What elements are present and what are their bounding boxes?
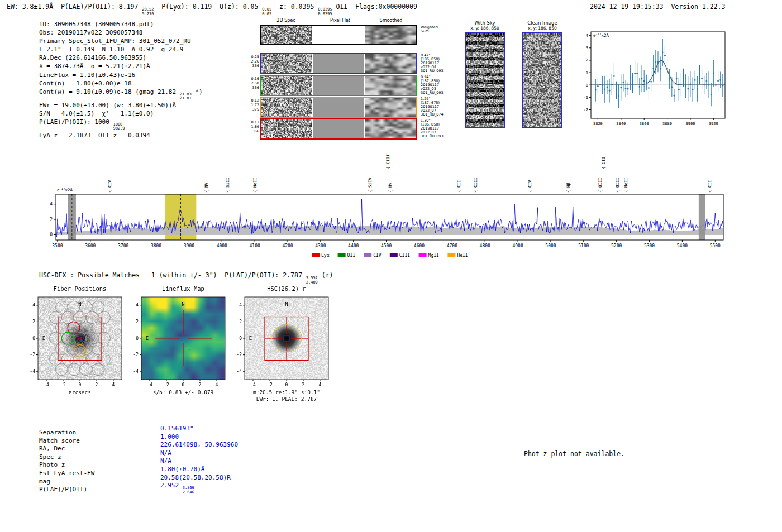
info-line: Obs: 20190117v022_3090057348: [39, 28, 203, 37]
svg-text:2: 2: [136, 319, 139, 324]
cutout-row-stats: 0.252.26356: [247, 55, 259, 68]
stacked-fraction: 20.525.276: [142, 8, 154, 16]
smoothed-image: [365, 119, 416, 138]
svg-text:Fiber Positions: Fiber Positions: [54, 285, 107, 292]
cutout-row-annotation: 0.47"(186, 850)20190117v022_O1301_RU_093: [421, 54, 449, 73]
stacked-fraction: 3.8662.646: [183, 486, 194, 495]
spec2d-image: [261, 54, 312, 73]
svg-text:0: 0: [285, 382, 288, 387]
cutout-column-header: Pixel Flat: [330, 18, 350, 23]
svg-text:4: 4: [319, 382, 322, 387]
svg-text:4700: 4700: [447, 243, 457, 248]
match-row-label: Spec z: [39, 453, 160, 462]
match-row-label: Est LyA rest-EW: [39, 469, 160, 478]
svg-text:0: 0: [32, 336, 35, 341]
svg-text:0: 0: [586, 83, 588, 88]
detection-info-block: ID: 3090057348 (3090057348.pdf)Obs: 2019…: [39, 20, 203, 140]
svg-text:-2: -2: [30, 352, 35, 357]
match-table-row: mag20.58(20.58,20.58)R: [39, 478, 238, 486]
legend-label: MgII: [428, 253, 439, 258]
pixel-flat-image: [313, 76, 364, 95]
svg-text:4: 4: [32, 303, 35, 308]
stacked-fraction: 1000982.9: [113, 123, 125, 131]
match-row-value: 20.58(20.58,20.58)R: [160, 474, 231, 481]
svg-text:0: 0: [79, 382, 82, 387]
svg-text:4: 4: [50, 202, 53, 207]
panel-title: Clean Image: [520, 20, 565, 26]
match-row-value: N/A: [160, 449, 171, 457]
cutout-row: 0.162.503560.94"(187, 850)20190117v022_0…: [247, 75, 449, 96]
svg-text:2: 2: [239, 319, 242, 324]
emission-line-label: { CIII: [473, 178, 478, 193]
emission-line-label: { NV: [204, 182, 209, 193]
match-row-value: 226.614098, 50.963960: [160, 441, 238, 448]
spec2d-cutout-grid: 2D SpecPixel FlatSmoothedWeightedSum0.25…: [247, 17, 449, 146]
svg-text:-4: -4: [44, 382, 49, 387]
panel-coords: x, y: 186, 850: [520, 26, 565, 31]
cutout-row-annotation: WeightedSum: [421, 26, 449, 33]
match-row-label: P(LAE)/P(OII): [39, 486, 160, 494]
svg-text:3900: 3900: [184, 243, 194, 248]
emission-line-label: { HeII: [623, 178, 628, 193]
match-table-row: Separation0.156193": [39, 429, 238, 437]
spacer: [664, 3, 671, 11]
cutout-cells: [260, 75, 417, 96]
svg-text:3500: 3500: [52, 243, 63, 248]
cutout-row-stats: 0.121.72375: [247, 98, 259, 112]
emission-line-label: { SiIV: [368, 177, 373, 193]
info-line: LyA z = 2.1873 OII z = 0.0394: [39, 131, 203, 140]
emission-line-label: { HeII: [252, 178, 258, 193]
svg-text:-2: -2: [584, 108, 588, 112]
match-row-value: 1.000: [160, 433, 179, 440]
panel-coords: x, y: 186, 850: [462, 26, 507, 31]
emission-line-label: { Hβ: [566, 182, 571, 193]
svg-text:N: N: [78, 301, 81, 307]
cutout-row: 0.252.263560.47"(186, 850)20190117v022_O…: [247, 53, 449, 74]
svg-text:4: 4: [112, 382, 115, 387]
legend-label: Lyα: [321, 253, 330, 258]
svg-text:-2: -2: [60, 382, 66, 387]
emission-line-label: { OIII: [598, 178, 603, 193]
svg-text:-4: -4: [133, 369, 139, 374]
match-row-label: mag: [39, 478, 160, 486]
ccd-image: [465, 32, 505, 128]
svg-text:2: 2: [32, 319, 35, 324]
svg-text:5100: 5100: [578, 243, 589, 248]
match-row-label: RA, Dec: [39, 445, 160, 453]
svg-text:-2: -2: [164, 382, 169, 387]
match-table-row: Photo zN/A: [39, 461, 238, 469]
svg-text:5000: 5000: [545, 243, 556, 248]
info-line: F=2.1" T=0.149 N̄=1.10 A=0.92 ḡ=24.9: [39, 45, 203, 54]
stacked-fraction: 0.050.05: [262, 8, 271, 16]
svg-text:E: E: [42, 336, 45, 341]
smoothed-image: [365, 76, 416, 95]
svg-text:-4: -4: [236, 369, 242, 374]
cutout-column-header: Smoothed: [380, 18, 403, 23]
ccd-image: [522, 32, 562, 128]
match-row-value: 1.80(±0.70)Å: [160, 466, 204, 473]
info-line: λ = 3874.73Å σ = 5.21(±2.21)Å: [39, 62, 203, 70]
cutout-row-annotation: 1.29"(187, 675)20190117v022_07301_RU_074: [421, 97, 449, 117]
svg-text:N: N: [182, 301, 184, 307]
svg-text:-2: -2: [133, 352, 139, 357]
svg-text:E: E: [249, 336, 252, 341]
svg-text:5200: 5200: [611, 243, 622, 248]
info-line: LineFlux = 1.10(±0.43)e-16: [39, 71, 203, 79]
info-line: EWr = 19.00(±13.00) (w: 3.80(±1.50))Å: [39, 101, 203, 109]
svg-text:4100: 4100: [250, 243, 260, 248]
photz-note: Phot z plot not available.: [524, 450, 624, 458]
info-line: S/N = 4.0(±1.5) χ² = 1.1(±0.0): [39, 109, 203, 118]
cutout-row-stats: 0.111.69356: [247, 120, 259, 133]
svg-text:e-17x2Å: e-17x2Å: [593, 32, 609, 38]
full-spectrum-plot: 3500360037003800390040004100420043004400…: [32, 150, 759, 264]
smoothed-image: [365, 98, 416, 117]
report-date: 2024-12-19 19:15:33: [590, 3, 664, 11]
svg-text:3880: 3880: [662, 122, 672, 126]
hsc-cutout-panel: HSC(26.2) r-4-4-2-2002244NEm:20.5 re:1.9…: [229, 282, 335, 408]
svg-text:-1: -1: [584, 95, 588, 100]
with-sky-panel: With Skyx, y: 186, 850: [462, 20, 507, 128]
match-table-row: RA, Dec226.614098, 50.963960: [39, 445, 238, 453]
cutout-cells: [260, 118, 417, 140]
cutout-row-annotation: 1.30"(186, 850)20190117v022_07301_RU_093: [421, 119, 449, 138]
svg-text:Lineflux Map: Lineflux Map: [162, 285, 204, 292]
